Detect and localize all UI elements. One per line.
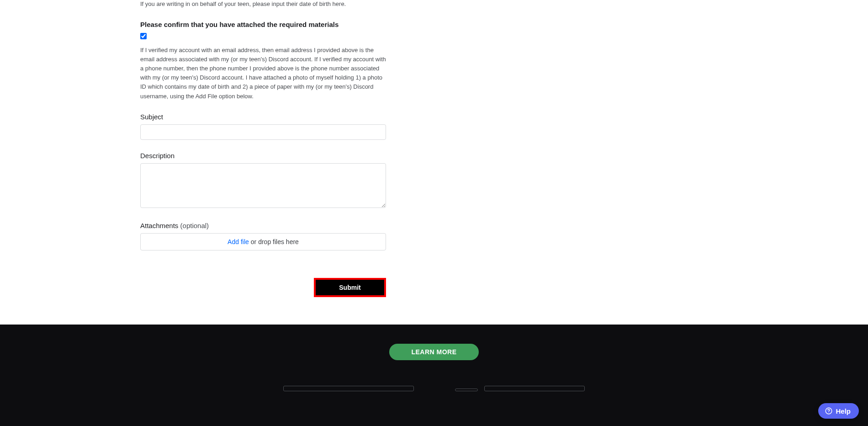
site-footer: LEARN MORE — [0, 325, 868, 426]
footer-dropdown-right[interactable] — [484, 386, 585, 391]
consent-text: If I verified my account with an email a… — [140, 46, 386, 101]
subject-input[interactable] — [140, 124, 386, 140]
footer-dropdown-left[interactable] — [283, 386, 414, 391]
footer-dropdown-mid[interactable] — [455, 389, 478, 391]
attachments-dropzone[interactable]: Add file or drop files here — [140, 233, 386, 250]
submit-button[interactable]: Submit — [316, 280, 384, 295]
teen-dob-hint: If you are writing in on behalf of your … — [140, 0, 386, 9]
help-icon — [825, 407, 833, 415]
attachments-optional: (optional) — [180, 222, 209, 229]
confirm-materials-heading: Please confirm that you have attached th… — [140, 21, 386, 28]
description-textarea[interactable] — [140, 163, 386, 208]
submit-highlight-frame: Submit — [314, 278, 386, 297]
attachments-label-row: Attachments (optional) — [140, 222, 386, 229]
help-widget-button[interactable]: Help — [818, 403, 859, 419]
attachments-label: Attachments — [140, 222, 178, 229]
help-widget-label: Help — [836, 407, 851, 415]
learn-more-button[interactable]: LEARN MORE — [389, 344, 478, 360]
footer-select-row — [0, 386, 868, 391]
subject-label: Subject — [140, 113, 386, 121]
add-file-link[interactable]: Add file — [228, 238, 249, 245]
svg-point-1 — [829, 412, 829, 413]
description-label: Description — [140, 152, 386, 160]
support-form: If you are writing in on behalf of your … — [0, 0, 868, 325]
confirm-materials-checkbox[interactable] — [140, 33, 147, 39]
drop-hint-text: or drop files here — [251, 238, 299, 245]
